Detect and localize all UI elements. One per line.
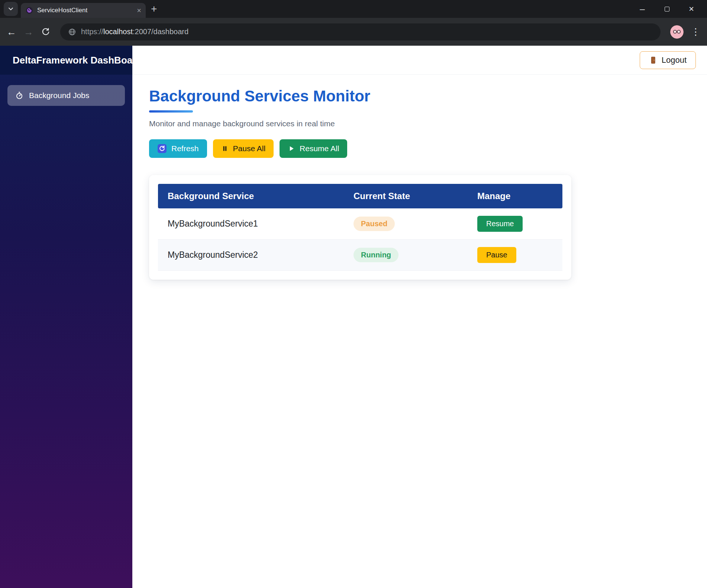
status-badge: Paused — [354, 217, 395, 231]
sidebar-item-background-jobs[interactable]: Background Jobs — [7, 85, 125, 106]
url-host: localhost — [103, 27, 133, 36]
browser-toolbar: ← → https://localhost:2007/dashboard — [0, 18, 707, 46]
logout-label: Logout — [662, 55, 687, 65]
main-column: Logout Background Services Monitor Monit… — [132, 46, 707, 588]
pause-service-button[interactable]: Pause — [477, 247, 516, 263]
tab-close-icon[interactable]: × — [137, 7, 141, 14]
logout-button[interactable]: Logout — [640, 51, 696, 69]
page-title: Background Services Monitor — [149, 87, 690, 105]
table-header-row: Background Service Current State Manage — [158, 184, 562, 208]
reload-button[interactable] — [41, 27, 51, 37]
services-table: Background Service Current State Manage … — [158, 184, 562, 271]
resume-all-button[interactable]: Resume All — [280, 139, 347, 158]
title-accent-bar — [149, 110, 193, 113]
browser-menu-icon[interactable]: ⋮ — [691, 26, 700, 37]
service-name: MyBackgroundService1 — [158, 208, 344, 240]
reload-icon — [41, 27, 51, 37]
tab-search-button[interactable] — [4, 2, 18, 16]
top-header: Logout — [132, 46, 707, 75]
actions-toolbar: Refresh Pause All Resume All — [149, 139, 690, 158]
services-card: Background Service Current State Manage … — [149, 175, 571, 280]
app-brand: DeltaFramework DashBoard — [0, 46, 132, 75]
page-content: Background Services Monitor Monitor and … — [132, 75, 707, 292]
table-row: MyBackgroundService2 Running Pause — [158, 240, 562, 271]
door-logout-icon — [649, 56, 657, 65]
minimize-button[interactable]: – — [635, 2, 650, 16]
table-row: MyBackgroundService1 Paused Resume — [158, 208, 562, 240]
window-controls: – × — [635, 2, 703, 16]
page-subtitle: Monitor and manage background services i… — [149, 119, 690, 128]
refresh-label: Refresh — [171, 144, 199, 153]
stopwatch-icon — [15, 91, 24, 100]
browser-window: ServiceHostClient × + – × ← → — [0, 0, 707, 46]
chevron-down-icon — [7, 5, 14, 13]
pause-all-label: Pause All — [233, 144, 266, 153]
maximize-button[interactable] — [659, 2, 674, 16]
back-button[interactable]: ← — [7, 27, 16, 37]
close-button[interactable]: × — [684, 2, 699, 16]
refresh-button[interactable]: Refresh — [149, 139, 207, 158]
url-scheme: https:// — [81, 27, 103, 36]
browser-tab[interactable]: ServiceHostClient × — [21, 3, 146, 18]
profile-avatar[interactable] — [670, 25, 684, 39]
status-badge: Running — [354, 248, 398, 262]
url-path: :2007/dashboard — [133, 27, 188, 36]
col-header-manage: Manage — [468, 184, 562, 208]
resume-all-label: Resume All — [300, 144, 339, 153]
maximize-icon — [665, 7, 669, 12]
tab-title: ServiceHostClient — [37, 7, 133, 14]
address-bar[interactable]: https://localhost:2007/dashboard — [60, 23, 661, 40]
sidebar: DeltaFramework DashBoard Background Jobs — [0, 46, 132, 588]
refresh-icon — [157, 144, 167, 153]
url-text: https://localhost:2007/dashboard — [81, 27, 188, 36]
pause-icon — [221, 145, 229, 152]
new-tab-button[interactable]: + — [151, 4, 157, 14]
resume-service-button[interactable]: Resume — [477, 216, 523, 232]
col-header-background-service: Background Service — [158, 184, 344, 208]
forward-button[interactable]: → — [24, 27, 33, 37]
pause-all-button[interactable]: Pause All — [213, 139, 274, 158]
tab-strip: ServiceHostClient × + – × — [0, 0, 707, 18]
site-favicon-icon — [25, 6, 33, 14]
globe-icon — [68, 27, 77, 36]
col-header-current-state: Current State — [344, 184, 468, 208]
service-name: MyBackgroundService2 — [158, 240, 344, 271]
sidebar-item-label: Background Jobs — [29, 91, 89, 100]
play-icon — [288, 145, 295, 152]
app-root: DeltaFramework DashBoard Background Jobs — [0, 46, 707, 588]
